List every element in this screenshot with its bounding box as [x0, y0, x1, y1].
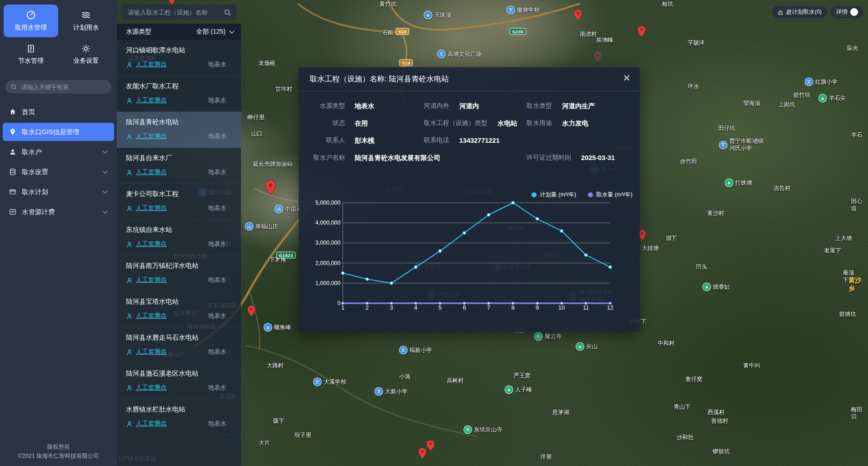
chart-legend: 计划量 (m³/年)取水量 (m³/年) — [532, 191, 632, 199]
map-place-label: 南进村 — [580, 31, 597, 38]
monitor-type-link[interactable]: 人工监测点 — [136, 96, 167, 105]
svg-text:7: 7 — [487, 304, 490, 311]
map-place-label: 田仔坑 — [718, 125, 735, 132]
sidebar-menu-item[interactable]: 取水口GIS信息管理 — [3, 123, 114, 141]
field-cell: 联系人彭木桃 — [312, 136, 424, 145]
map-place-name: 羊石 — [851, 132, 863, 139]
svg-text:4,000,000: 4,000,000 — [315, 220, 341, 226]
map-pin-icon[interactable] — [419, 448, 426, 461]
module-button[interactable]: 计划用水 — [59, 5, 114, 37]
map-place-name: 溜下 — [666, 235, 677, 242]
water-source-label: 地表水 — [208, 348, 227, 356]
source-type-filter-dropdown[interactable]: 全部 (125) — [196, 28, 235, 36]
svg-text:2: 2 — [366, 304, 369, 311]
map-place-name: 吉告村 — [773, 185, 791, 192]
map-place-name: 青山下 — [673, 404, 691, 411]
map-place-name: 小湳 — [399, 373, 411, 381]
map-pin-icon[interactable] — [267, 184, 275, 196]
sidebar-menu-item[interactable]: 取水计划 — [3, 183, 114, 201]
sidebar-menu-item[interactable]: 水资源计费 — [3, 203, 114, 221]
module-button[interactable]: 节水管理 — [4, 38, 58, 71]
map-place-label: 陇下 — [273, 418, 285, 425]
monitor-type-link[interactable]: 人工监测点 — [136, 132, 167, 140]
module-button[interactable]: 取用水管理 — [4, 5, 58, 37]
water-source-label: 地表水 — [208, 420, 227, 428]
blue-poi-icon: 山 — [245, 222, 254, 231]
svg-text:11: 11 — [583, 304, 589, 311]
sidebar-menu-item[interactable]: 取水设置 — [3, 163, 114, 181]
legend-item[interactable]: 取水量 (m³/年) — [588, 191, 632, 199]
blue-poi-icon: 文 — [437, 50, 446, 59]
map-place-name: 坪里 — [541, 454, 552, 461]
map-place-label: 坪里 — [541, 454, 552, 461]
map-place-name: 黄沙乡 — [848, 276, 862, 292]
station-list-item[interactable]: 水唇镇水栏肚水电站人工监测点地表水 — [117, 399, 241, 435]
station-list-item[interactable]: 陆河县南万镇杞洋水电站人工监测点地表水 — [117, 256, 241, 291]
monitor-type-link[interactable]: 人工监测点 — [136, 168, 167, 176]
green-poi-icon: 寺 — [534, 332, 543, 341]
monitor-type-link[interactable]: 人工监测点 — [136, 312, 167, 320]
map-place-label: 上岗坑 — [778, 101, 795, 109]
monitor-type-link[interactable]: 人工监测点 — [136, 60, 167, 69]
station-list-item[interactable]: 友能水厂取水工程人工监测点地表水 — [117, 76, 241, 112]
close-icon[interactable]: ✕ — [622, 73, 631, 83]
station-list-item[interactable]: 陆河县激石溪老区水电站人工监测点地表水 — [117, 363, 241, 399]
station-list-item[interactable]: 陆河县青砼水电站人工监测点地表水 — [117, 112, 241, 148]
map-place-label: 相坑 — [662, 1, 673, 8]
sidebar-menu-item[interactable]: 首页 — [3, 103, 114, 121]
field-value: 13432771221 — [459, 137, 500, 144]
station-list-item[interactable]: 河口镇唱歌潭水电站人工监测点地表水 — [117, 40, 241, 76]
sidebar-search[interactable] — [5, 80, 111, 94]
station-list-body: 水源类型 全部 (125) 河口镇唱歌潭水电站人工监测点地表水友能水厂取水工程人… — [117, 24, 241, 466]
station-search[interactable] — [121, 5, 236, 20]
sidebar-search-input[interactable] — [20, 83, 106, 91]
field-value: 在用 — [355, 119, 368, 128]
map-pin-icon[interactable] — [248, 306, 256, 318]
station-list-item[interactable]: 陆河县自来水厂人工监测点地表水 — [117, 148, 241, 184]
station-meta: 人工监测点地表水 — [126, 384, 234, 392]
map-place-label: 文福新小学 — [399, 346, 432, 355]
module-label: 节水管理 — [18, 57, 44, 65]
water-source-label: 地表水 — [208, 60, 227, 69]
map-place-label: 大排塘 — [642, 245, 659, 252]
station-list: 河口镇唱歌潭水电站人工监测点地表水友能水厂取水工程人工监测点地表水陆河县青砼水电… — [117, 40, 241, 466]
water-source-label: 地表水 — [208, 240, 227, 248]
map-pin-icon[interactable] — [574, 10, 582, 22]
monitor-type-link[interactable]: 人工监测点 — [136, 348, 167, 356]
menu-item-label: 取水计划 — [22, 188, 48, 196]
monitor-type-link[interactable]: 人工监测点 — [136, 420, 167, 428]
map-place-label: 山口 — [251, 130, 263, 138]
search-icon[interactable] — [224, 9, 231, 16]
station-list-item[interactable]: 麦卡公司取水工程人工监测点地表水 — [117, 184, 241, 220]
chevron-down-icon — [102, 150, 108, 154]
over-plan-intake-button[interactable]: 超计划取水(0) — [772, 6, 827, 18]
monitor-type-link[interactable]: 人工监测点 — [136, 240, 167, 248]
sidebar-menu-item[interactable]: 取水户 — [3, 143, 114, 161]
module-label: 业务设置 — [73, 57, 99, 65]
map-place-name: 沙和肚 — [677, 434, 694, 441]
map-place-name: 锣鼓坑 — [712, 448, 730, 456]
module-button[interactable]: 业务设置 — [59, 38, 114, 71]
monitor-type-link[interactable]: 人工监测点 — [136, 384, 167, 392]
map-place-name: 凹头 — [696, 264, 707, 271]
map-place-name: 羊石尖 — [829, 95, 846, 102]
field-label: 状态 — [312, 119, 345, 127]
detail-toggle[interactable]: 详情 — [831, 6, 863, 18]
station-search-input[interactable] — [127, 9, 224, 16]
map-place-name: 人子峰 — [515, 386, 532, 393]
map-pin-icon[interactable] — [427, 440, 435, 453]
map-place-label: 寺东坑尖山寺 — [463, 426, 502, 434]
toggle-knob-icon[interactable] — [850, 8, 858, 16]
field-cell: 取水用途水力发电 — [527, 119, 640, 128]
map-pin-icon[interactable] — [594, 51, 602, 64]
blue-poi-icon: 文 — [507, 6, 515, 15]
blue-poi-icon: 文 — [719, 141, 728, 150]
station-meta: 人工监测点地表水 — [126, 204, 234, 212]
monitor-type-link[interactable]: 人工监测点 — [136, 276, 167, 284]
station-list-item[interactable]: 东坑镇自来水站人工监测点地表水 — [117, 220, 241, 256]
map-pin-icon[interactable] — [638, 26, 646, 39]
legend-item[interactable]: 计划量 (m³/年) — [532, 191, 576, 199]
monitor-type-link[interactable]: 人工监测点 — [136, 204, 167, 212]
station-list-item[interactable]: 陆河县宝塔水电站人工监测点地表水 — [117, 291, 241, 327]
station-list-item[interactable]: 陆河县水唇走马石水电站人工监测点地表水 — [117, 327, 241, 363]
